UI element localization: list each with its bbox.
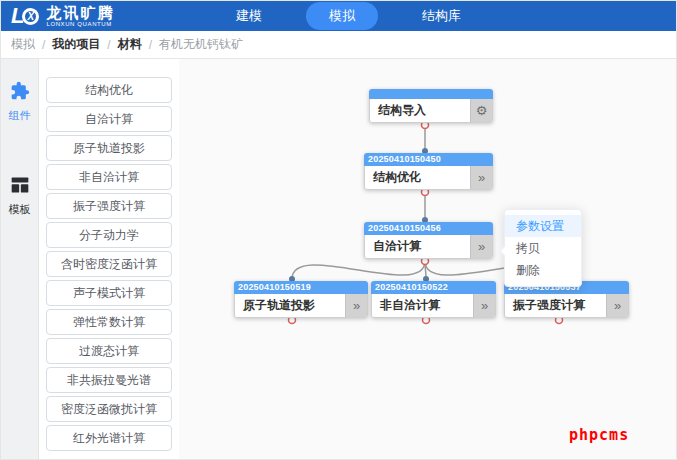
breadcrumb-item-materials[interactable]: 材料	[118, 36, 142, 53]
main-content: 组件 模板 结构优化 自洽计算 原子轨道投影 非自洽计算 振子强度计算 分子动力…	[1, 59, 676, 460]
node-scf-calculation[interactable]: 20250410150456 自洽计算 »	[364, 222, 493, 259]
puzzle-icon	[10, 81, 30, 101]
logo-icon: L X	[11, 5, 39, 27]
logo-letter-x: X	[28, 11, 35, 22]
logo-ring: X	[22, 8, 39, 25]
component-panel: 结构优化 自洽计算 原子轨道投影 非自洽计算 振子强度计算 分子动力学 含时密度…	[39, 59, 179, 460]
node-timestamp: 20250410150522	[371, 281, 496, 294]
node-label: 自洽计算	[365, 235, 470, 258]
node-label: 结构优化	[365, 166, 470, 189]
connection-wire	[292, 261, 425, 279]
tab-structure-library[interactable]: 结构库	[422, 7, 461, 25]
breadcrumb-separator: /	[149, 38, 152, 52]
node-header	[369, 89, 493, 99]
chevron-right-icon[interactable]: »	[606, 294, 628, 317]
node-label: 结构导入	[370, 99, 470, 122]
breadcrumb: 模拟 / 我的项目 / 材料 / 有机无机钙钛矿	[1, 31, 676, 59]
component-transition-state[interactable]: 过渡态计算	[46, 338, 172, 364]
node-structure-import[interactable]: 结构导入 ⚙	[369, 89, 493, 123]
node-structure-optimization[interactable]: 20250410150450 结构优化 »	[364, 153, 493, 190]
menu-item-delete[interactable]: 删除	[505, 259, 581, 281]
brand-name: 龙讯旷腾	[46, 5, 114, 22]
brand-text: 龙讯旷腾 LONXUN QUANTUM	[46, 5, 114, 28]
node-non-scf-calculation[interactable]: 20250410150522 非自洽计算 »	[371, 281, 496, 318]
breadcrumb-item-my-projects[interactable]: 我的项目	[52, 36, 100, 53]
component-structure-optimization[interactable]: 结构优化	[46, 77, 172, 103]
menu-item-parameter-settings[interactable]: 参数设置	[505, 215, 581, 237]
breadcrumb-item-simulation: 模拟	[11, 36, 35, 53]
component-infrared-spectrum[interactable]: 红外光谱计算	[46, 425, 172, 451]
component-nonresonant-raman[interactable]: 非共振拉曼光谱	[46, 367, 172, 393]
node-orbital-projection[interactable]: 20250410150519 原子轨道投影 »	[234, 281, 368, 318]
component-elastic-constants[interactable]: 弹性常数计算	[46, 309, 172, 335]
chevron-right-icon[interactable]: »	[345, 294, 367, 317]
node-label: 原子轨道投影	[235, 294, 345, 317]
watermark: phpcms	[569, 426, 629, 444]
node-timestamp: 20250410150450	[364, 153, 493, 166]
component-orbital-projection[interactable]: 原子轨道投影	[46, 135, 172, 161]
node-label: 非自洽计算	[372, 294, 473, 317]
sidebar-item-templates[interactable]: 模板	[1, 175, 38, 217]
breadcrumb-separator: /	[42, 38, 45, 52]
breadcrumb-item-current: 有机无机钙钛矿	[159, 36, 243, 53]
component-dfpt[interactable]: 密度泛函微扰计算	[46, 396, 172, 422]
component-non-scf-calculation[interactable]: 非自洽计算	[46, 164, 172, 190]
component-phonon-modes[interactable]: 声子模式计算	[46, 280, 172, 306]
sidebar-item-label: 模板	[1, 202, 38, 217]
component-oscillator-strength[interactable]: 振子强度计算	[46, 193, 172, 219]
sidebar-item-label: 组件	[1, 108, 38, 123]
app-window: L X 龙讯旷腾 LONXUN QUANTUM 建模 模拟 结构库 模拟 / 我…	[0, 0, 677, 460]
brand-logo: L X 龙讯旷腾 LONXUN QUANTUM	[1, 5, 236, 28]
chevron-right-icon[interactable]: »	[470, 166, 492, 189]
tab-modeling[interactable]: 建模	[236, 7, 262, 25]
tab-simulation[interactable]: 模拟	[306, 2, 378, 30]
gear-icon[interactable]: ⚙	[470, 99, 492, 122]
breadcrumb-separator: /	[107, 38, 110, 52]
node-timestamp: 20250410150519	[234, 281, 368, 294]
top-nav: L X 龙讯旷腾 LONXUN QUANTUM 建模 模拟 结构库	[1, 1, 676, 31]
main-tabs: 建模 模拟 结构库	[236, 2, 461, 30]
component-molecular-dynamics[interactable]: 分子动力学	[46, 222, 172, 248]
workflow-canvas[interactable]: 结构导入 ⚙ 20250410150450 结构优化 » 20250410150…	[179, 59, 676, 460]
node-context-menu: 参数设置 拷贝 删除	[504, 209, 582, 287]
icon-rail: 组件 模板	[1, 59, 39, 460]
chevron-right-icon[interactable]: »	[473, 294, 495, 317]
component-scf-calculation[interactable]: 自洽计算	[46, 106, 172, 132]
sidebar-item-components[interactable]: 组件	[1, 81, 38, 123]
menu-item-copy[interactable]: 拷贝	[505, 237, 581, 259]
node-timestamp: 20250410150456	[364, 222, 493, 235]
component-tddft[interactable]: 含时密度泛函计算	[46, 251, 172, 277]
brand-subtitle: LONXUN QUANTUM	[46, 21, 114, 27]
node-label: 振子强度计算	[505, 294, 606, 317]
template-icon	[10, 175, 30, 195]
chevron-right-icon[interactable]: »	[470, 235, 492, 258]
